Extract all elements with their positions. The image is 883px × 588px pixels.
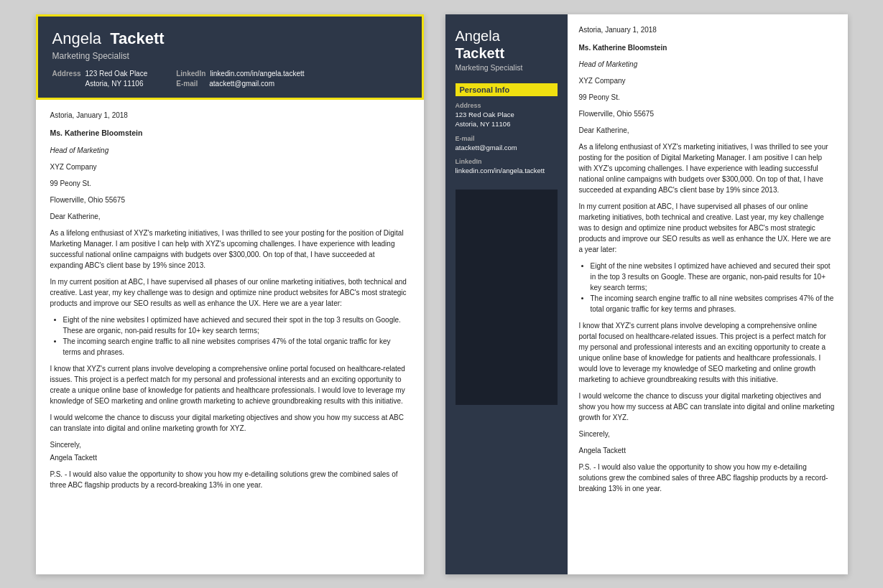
right-addr2: Flowerville, Ohio 55675 — [579, 108, 836, 119]
left-para2: In my current position at ABC, I have su… — [50, 276, 410, 309]
left-body: Astoria, January 1, 2018 Ms. Katherine B… — [36, 100, 424, 506]
right-address-line1: 123 Red Oak Place — [456, 110, 558, 119]
right-addr1: 99 Peony St. — [579, 92, 836, 103]
right-name: Angela Tackett — [456, 27, 558, 62]
right-para4: I would welcome the chance to discuss yo… — [579, 391, 836, 423]
right-para1: As a lifelong enthusiast of XYZ's market… — [579, 141, 836, 195]
list-item: Eight of the nine websites I optimized h… — [63, 314, 410, 336]
left-addr1: 99 Peony St. — [50, 178, 410, 189]
right-email-value: atackett@gmail.com — [456, 143, 558, 152]
right-recipient-title: Head of Marketing — [579, 59, 836, 70]
left-sign-off: Sincerely, — [50, 439, 410, 450]
right-company: XYZ Company — [579, 75, 836, 86]
left-email-item: E-mail atackett@gmail.com — [176, 80, 304, 88]
right-signature: Angela Tackett — [579, 445, 836, 456]
left-ps: P.S. - I would also value the opportunit… — [50, 469, 410, 490]
left-address-line2-item: Astoria, NY 11106 — [52, 80, 148, 88]
left-linkedin-item: LinkedIn linkedin.com/in/angela.tackett — [176, 70, 304, 78]
right-sign-off: Sincerely, — [579, 429, 836, 439]
left-address-label: Address — [52, 70, 81, 78]
left-document: Angela Tackett Marketing Specialist Addr… — [36, 14, 424, 574]
left-title: Marketing Specialist — [52, 51, 407, 61]
left-contact-col2: LinkedIn linkedin.com/in/angela.tackett … — [176, 70, 304, 88]
right-date: Astoria, January 1, 2018 — [579, 24, 836, 35]
right-ps: P.S. - I would also value the opportunit… — [579, 462, 836, 494]
left-address-line1: 123 Red Oak Place — [85, 70, 148, 78]
right-para2: In my current position at ABC, I have su… — [579, 201, 836, 255]
right-title: Marketing Specialist — [456, 63, 558, 72]
right-sidebar-dark-block — [456, 190, 558, 405]
left-para3: I know that XYZ's current plans involve … — [50, 363, 410, 406]
left-address-spacer — [52, 80, 81, 88]
left-contact-row: Address 123 Red Oak Place Astoria, NY 11… — [52, 70, 407, 88]
list-item: Eight of the nine websites I optimized h… — [591, 261, 836, 293]
left-date: Astoria, January 1, 2018 — [50, 110, 410, 121]
right-recipient-name: Ms. Katherine Bloomstein — [579, 42, 836, 53]
right-para3: I know that XYZ's current plans involve … — [579, 320, 836, 385]
left-header: Angela Tackett Marketing Specialist Addr… — [36, 14, 424, 100]
right-last-name: Tackett — [456, 45, 505, 61]
left-contact-col1: Address 123 Red Oak Place Astoria, NY 11… — [52, 70, 148, 88]
right-sidebar: Angela Tackett Marketing Specialist Pers… — [445, 14, 568, 574]
left-address-item: Address 123 Red Oak Place — [52, 70, 148, 78]
left-signature: Angela Tackett — [50, 452, 410, 463]
left-linkedin-label: LinkedIn — [176, 70, 205, 78]
left-salutation: Dear Katherine, — [50, 211, 410, 222]
right-document: Angela Tackett Marketing Specialist Pers… — [445, 14, 848, 574]
right-linkedin-label: LinkedIn — [456, 158, 558, 165]
left-email-label: E-mail — [176, 80, 205, 88]
left-addr2: Flowerville, Ohio 55675 — [50, 195, 410, 205]
right-salutation: Dear Katherine, — [579, 125, 836, 136]
right-address-label: Address — [456, 102, 558, 109]
left-name: Angela Tackett — [52, 29, 407, 48]
left-para1: As a lifelong enthusiast of XYZ's market… — [50, 228, 410, 271]
list-item: The incoming search engine traffic to al… — [63, 336, 410, 358]
left-recipient-title: Head of Marketing — [50, 145, 410, 156]
left-bullets: Eight of the nine websites I optimized h… — [63, 314, 410, 358]
left-last-name: Tackett — [110, 29, 164, 47]
left-email-value: atackett@gmail.com — [209, 80, 274, 88]
left-recipient-name: Ms. Katherine Bloomstein — [50, 128, 410, 139]
left-address-line2: Astoria, NY 11106 — [85, 80, 144, 88]
left-para4: I would welcome the chance to discuss yo… — [50, 412, 410, 434]
right-address-line2: Astoria, NY 11106 — [456, 119, 558, 129]
list-item: The incoming search engine traffic to al… — [591, 293, 836, 314]
left-first-name: Angela — [52, 29, 102, 47]
right-section-title: Personal Info — [456, 83, 558, 96]
right-linkedin-value: linkedin.com/in/angela.tackett — [456, 166, 558, 175]
left-company: XYZ Company — [50, 162, 410, 172]
right-email-label: E-mail — [456, 135, 558, 142]
right-first-name: Angela — [456, 28, 500, 44]
right-main: Astoria, January 1, 2018 Ms. Katherine B… — [568, 14, 848, 574]
right-bullets: Eight of the nine websites I optimized h… — [591, 261, 836, 314]
left-linkedin-value: linkedin.com/in/angela.tackett — [210, 70, 304, 78]
